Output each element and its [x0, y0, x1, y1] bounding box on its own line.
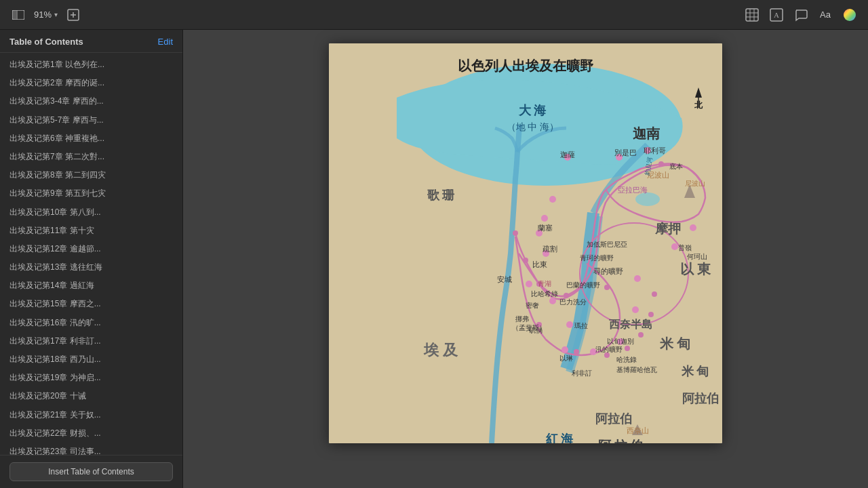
svg-text:大 海: 大 海 [518, 104, 547, 117]
svg-text:迦南: 迦南 [633, 126, 660, 141]
svg-text:西奈半島: 西奈半島 [609, 319, 652, 330]
zoom-chevron: ▾ [54, 11, 58, 18]
svg-text:西奈山: 西奈山 [627, 426, 649, 434]
svg-text:青湖: 青湖 [538, 280, 551, 287]
svg-text:巴力洗分: 巴力洗分 [559, 298, 587, 306]
svg-text:歌 珊: 歌 珊 [427, 188, 456, 202]
svg-text:阿拉伯: 阿拉伯 [595, 412, 632, 426]
svg-text:迦薩: 迦薩 [560, 150, 575, 159]
svg-text:紅 海: 紅 海 [545, 432, 574, 443]
svg-point-27 [638, 332, 644, 338]
svg-text:以琳: 以琳 [559, 354, 573, 362]
svg-text:（地 中 海）: （地 中 海） [507, 122, 559, 132]
svg-point-38 [526, 281, 532, 287]
document-page: 以色列人出埃及在曠野 大 海 （地 中 海） 迦南 埃 及 西奈半島 米 甸 米… [329, 43, 722, 443]
toc-item[interactable]: 出埃及记第8章 第二到四灾 [0, 166, 182, 184]
toc-item[interactable]: 出埃及记第11章 第十灾 [0, 222, 182, 240]
toc-item[interactable]: 出埃及记第21章 关于奴... [0, 406, 182, 424]
text-format-icon[interactable]: A [769, 7, 784, 22]
svg-point-22 [513, 230, 518, 236]
svg-text:普嶺: 普嶺 [678, 244, 692, 251]
svg-text:蘭塞: 蘭塞 [538, 224, 553, 232]
svg-text:哈洗錄: 哈洗錄 [616, 356, 637, 363]
toc-item[interactable]: 出埃及记第14章 過紅海 [0, 277, 182, 295]
sidebar-toggle-icon[interactable] [11, 7, 26, 22]
toc-list: 出埃及记第1章 以色列在...出埃及记第2章 摩西的诞...出埃及记第3-4章 … [0, 53, 182, 455]
svg-text:以色列人出埃及在曠野: 以色列人出埃及在曠野 [458, 58, 593, 73]
svg-text:北: 北 [694, 100, 703, 110]
svg-text:安城: 安城 [497, 275, 512, 283]
svg-point-13 [844, 9, 856, 21]
toc-item[interactable]: 出埃及记第23章 司法事... [0, 443, 182, 455]
svg-text:阿 拉 伯: 阿 拉 伯 [598, 439, 644, 443]
svg-text:疏割: 疏割 [542, 245, 557, 253]
svg-text:挪弗: 挪弗 [515, 315, 529, 323]
map-container: 以色列人出埃及在曠野 大 海 （地 中 海） 迦南 埃 及 西奈半島 米 甸 米… [329, 43, 722, 443]
toc-item[interactable]: 出埃及记第16章 汛的旷... [0, 314, 182, 332]
svg-point-33 [541, 215, 548, 222]
toc-item[interactable]: 出埃及记第9章 第五到七灾 [0, 184, 182, 203]
sidebar: Table of Contents Edit 出埃及记第1章 以色列在...出埃… [0, 30, 183, 488]
svg-text:米 甸: 米 甸 [681, 365, 709, 378]
svg-text:別是巴: 別是巴 [614, 148, 637, 157]
color-wheel-icon[interactable] [842, 7, 857, 22]
sidebar-title: Table of Contents [9, 37, 83, 47]
document-area[interactable]: 以色列人出埃及在曠野 大 海 （地 中 海） 迦南 埃 及 西奈半島 米 甸 米… [183, 30, 868, 488]
toc-item[interactable]: 出埃及记第6章 神重複祂... [0, 129, 182, 148]
svg-text:瑪拉: 瑪拉 [574, 322, 588, 329]
svg-text:A: A [774, 11, 779, 19]
svg-point-25 [604, 352, 610, 358]
svg-point-44 [632, 306, 639, 313]
toc-item[interactable]: 出埃及记第10章 第八到... [0, 203, 182, 222]
svg-point-28 [648, 312, 654, 317]
toc-item[interactable]: 出埃及记第22章 财损、... [0, 424, 182, 443]
toc-item[interactable]: 出埃及记第1章 以色列在... [0, 56, 182, 74]
svg-text:米 甸: 米 甸 [659, 336, 690, 351]
toc-item[interactable]: 出埃及记第12章 逾越節... [0, 240, 182, 258]
sidebar-header: Table of Contents Edit [0, 30, 182, 53]
font-label: Aa [820, 9, 831, 20]
svg-text:青珂的曠野: 青珂的曠野 [580, 254, 614, 262]
main-area: Table of Contents Edit 出埃及记第1章 以色列在...出埃… [0, 30, 868, 488]
svg-text:亞拉巴海: 亞拉巴海 [618, 186, 648, 194]
sidebar-edit-button[interactable]: Edit [158, 37, 173, 47]
toc-item[interactable]: 出埃及记第18章 西乃山... [0, 350, 182, 369]
svg-rect-0 [12, 10, 16, 20]
toc-item[interactable]: 出埃及记第3-4章 摩西的... [0, 92, 182, 110]
svg-text:以 東: 以 東 [680, 262, 711, 277]
zoom-control[interactable]: 91% ▾ [34, 9, 58, 20]
svg-text:摩押: 摩押 [654, 222, 681, 236]
svg-point-37 [549, 196, 556, 203]
sidebar-footer: Insert Table of Contents [0, 455, 182, 488]
toc-item[interactable]: 出埃及记第17章 利非訂... [0, 332, 182, 350]
toc-item[interactable]: 出埃及记第20章 十诫 [0, 387, 182, 405]
svg-text:加低斯巴尼亞: 加低斯巴尼亞 [587, 241, 627, 248]
toc-item[interactable]: 出埃及记第19章 为神启... [0, 369, 182, 387]
toolbar: 91% ▾ A [0, 0, 868, 30]
svg-text:以旬迦別: 以旬迦別 [607, 338, 634, 345]
table-grid-icon[interactable] [745, 7, 760, 22]
insert-toc-button[interactable]: Insert Table of Contents [9, 462, 173, 481]
toc-item[interactable]: 出埃及记第7章 第二次對... [0, 148, 182, 166]
toc-item[interactable]: 出埃及记第15章 摩西之... [0, 295, 182, 313]
svg-point-46 [671, 243, 678, 250]
toc-item[interactable]: 出埃及记第13章 逃往红海 [0, 258, 182, 277]
font-icon[interactable]: Aa [818, 7, 833, 22]
svg-text:比東: 比東 [532, 260, 547, 268]
map-image: 以色列人出埃及在曠野 大 海 （地 中 海） 迦南 埃 及 西奈半島 米 甸 米… [329, 43, 722, 443]
svg-text:耶利哥: 耶利哥 [644, 146, 666, 155]
svg-text:巴蘭的曠野: 巴蘭的曠野 [566, 281, 600, 289]
svg-text:比哈希綠: 比哈希綠 [531, 290, 558, 298]
toolbar-right: A Aa [745, 7, 857, 22]
svg-text:底本: 底本 [669, 163, 683, 170]
svg-point-41 [561, 346, 568, 353]
comment-icon[interactable] [793, 7, 808, 22]
toolbar-left: 91% ▾ [11, 7, 81, 22]
toc-item[interactable]: 出埃及记第5-7章 摩西与... [0, 111, 182, 129]
svg-point-26 [625, 346, 630, 351]
toc-item[interactable]: 出埃及记第2章 摩西的诞... [0, 74, 182, 92]
add-page-icon[interactable] [66, 7, 81, 22]
svg-text:利非訂: 利非訂 [572, 369, 592, 377]
svg-point-29 [652, 291, 657, 297]
svg-text:尋的曠野: 尋的曠野 [593, 267, 623, 275]
